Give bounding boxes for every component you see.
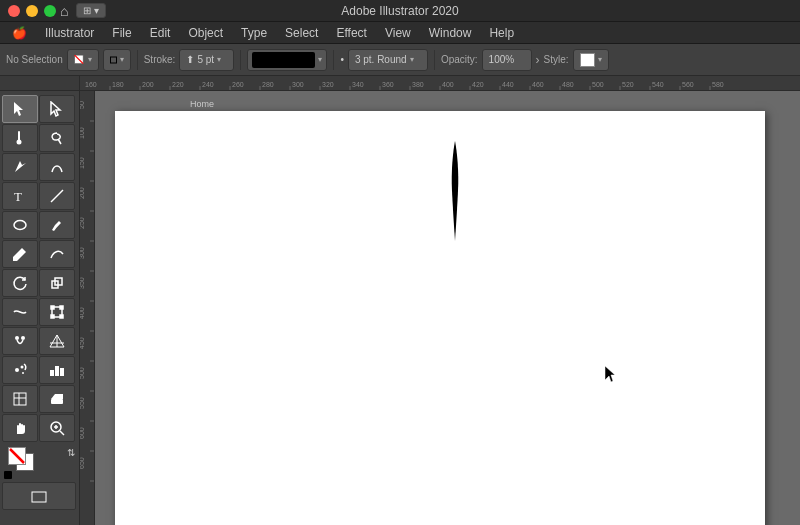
svg-text:480: 480 — [562, 81, 574, 88]
svg-line-79 — [60, 431, 64, 435]
tool-row-puppet — [2, 327, 77, 355]
fill-color-button[interactable]: ▾ — [67, 49, 99, 71]
menu-apple[interactable]: 🍎 — [4, 24, 35, 42]
eraser-tool[interactable] — [39, 385, 75, 413]
reset-colors[interactable] — [4, 471, 12, 479]
workspace-switcher[interactable]: ⊞ ▾ — [76, 3, 106, 18]
slice-tool[interactable] — [2, 385, 38, 413]
menu-help[interactable]: Help — [481, 24, 522, 42]
menu-file[interactable]: File — [104, 24, 139, 42]
svg-point-69 — [22, 372, 24, 374]
brush-label: 3 pt. Round — [355, 54, 407, 65]
fill-swatch[interactable] — [8, 447, 26, 465]
ruler-h-track: 160 180 200 220 240 260 280 300 — [80, 76, 800, 90]
sep-2 — [240, 50, 241, 70]
svg-point-68 — [21, 366, 24, 369]
menu-view[interactable]: View — [377, 24, 419, 42]
selection-tool[interactable] — [2, 95, 38, 123]
svg-text:540: 540 — [652, 81, 664, 88]
svg-point-67 — [15, 368, 19, 372]
rotate-tool[interactable] — [2, 269, 38, 297]
tool-row-magic — [2, 124, 77, 152]
svg-rect-59 — [60, 306, 63, 309]
brush-preview-button[interactable]: ▾ — [247, 49, 327, 71]
lasso-tool[interactable] — [39, 124, 75, 152]
artboard-label: Home — [190, 99, 214, 109]
paintbrush-tool[interactable] — [39, 211, 75, 239]
svg-text:440: 440 — [502, 81, 514, 88]
menu-select[interactable]: Select — [277, 24, 326, 42]
canvas-area[interactable]: Home — [95, 91, 800, 525]
sep-4 — [434, 50, 435, 70]
opacity-more-button[interactable]: › — [536, 53, 540, 67]
tool-row-pencil — [2, 240, 77, 268]
svg-text:500: 500 — [80, 367, 85, 379]
svg-text:400: 400 — [80, 307, 85, 319]
svg-marker-48 — [51, 102, 60, 116]
curvature-tool[interactable] — [39, 153, 75, 181]
window-title: Adobe Illustrator 2020 — [341, 4, 458, 18]
menu-object[interactable]: Object — [180, 24, 231, 42]
tools-panel: T — [0, 91, 80, 525]
stroke-value-input[interactable]: ⬆ 5 pt ▾ — [179, 49, 234, 71]
svg-rect-58 — [51, 306, 54, 309]
style-label: Style: — [544, 54, 569, 65]
swap-fill-stroke[interactable]: ⇅ — [67, 447, 75, 458]
perspective-grid-tool[interactable] — [39, 327, 75, 355]
column-graph-tool[interactable] — [39, 356, 75, 384]
svg-text:400: 400 — [442, 81, 454, 88]
stroke-color-arrow: ▾ — [120, 55, 124, 64]
svg-point-63 — [21, 336, 25, 340]
svg-marker-77 — [51, 394, 63, 399]
svg-text:200: 200 — [80, 187, 85, 199]
stroke-color-button[interactable]: ▾ — [103, 49, 131, 71]
warp-tool[interactable] — [2, 298, 38, 326]
svg-text:250: 250 — [80, 217, 85, 229]
line-segment-tool[interactable] — [39, 182, 75, 210]
app-icon-area: ⌂ ⊞ ▾ — [60, 3, 106, 19]
control-toolbar: No Selection ▾ ▾ Stroke: ⬆ 5 pt ▾ ▾ • — [0, 44, 800, 76]
svg-rect-71 — [55, 366, 59, 376]
menu-app-name[interactable]: Illustrator — [37, 24, 102, 42]
pencil-tool[interactable] — [2, 240, 38, 268]
magic-wand-tool[interactable] — [2, 124, 38, 152]
zoom-tool[interactable] — [39, 414, 75, 442]
svg-text:650: 650 — [80, 457, 85, 469]
svg-rect-70 — [50, 370, 54, 376]
direct-selection-tool[interactable] — [39, 95, 75, 123]
ellipse-tool[interactable] — [2, 211, 38, 239]
svg-text:T: T — [14, 189, 22, 204]
opacity-input[interactable]: 100% — [482, 49, 532, 71]
pen-tool[interactable] — [2, 153, 38, 181]
hand-tool[interactable] — [2, 414, 38, 442]
svg-point-3 — [256, 55, 312, 65]
svg-rect-61 — [60, 315, 63, 318]
puppet-warp-tool[interactable] — [2, 327, 38, 355]
close-button[interactable] — [8, 5, 20, 17]
minimize-button[interactable] — [26, 5, 38, 17]
brush-dropdown-arrow: ▾ — [318, 55, 322, 64]
type-tool[interactable]: T — [2, 182, 38, 210]
screen-mode-button[interactable] — [2, 482, 76, 510]
brush-size-dot: • — [340, 54, 344, 65]
menu-edit[interactable]: Edit — [142, 24, 179, 42]
maximize-button[interactable] — [44, 5, 56, 17]
svg-text:520: 520 — [622, 81, 634, 88]
brush-stroke — [445, 141, 465, 243]
scale-tool[interactable] — [39, 269, 75, 297]
menu-window[interactable]: Window — [421, 24, 480, 42]
menu-type[interactable]: Type — [233, 24, 275, 42]
symbol-sprayer-tool[interactable] — [2, 356, 38, 384]
tool-row-warp — [2, 298, 77, 326]
smooth-tool[interactable] — [39, 240, 75, 268]
menu-effect[interactable]: Effect — [328, 24, 374, 42]
fill-dropdown-arrow: ▾ — [88, 55, 92, 64]
fill-stroke-group: ⇅ — [2, 445, 77, 481]
tool-row-symbol — [2, 356, 77, 384]
style-button[interactable]: ▾ — [573, 49, 609, 71]
svg-rect-2 — [110, 57, 116, 63]
free-transform-tool[interactable] — [39, 298, 75, 326]
tool-row-shape — [2, 211, 77, 239]
brush-profile-button[interactable]: 3 pt. Round ▾ — [348, 49, 428, 71]
svg-text:360: 360 — [382, 81, 394, 88]
